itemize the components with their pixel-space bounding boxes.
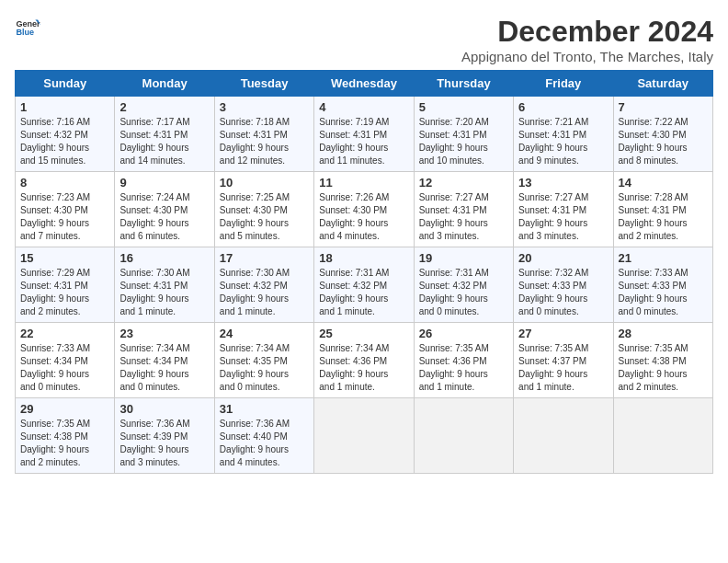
day-number: 9 [119,176,209,190]
day-info: Sunrise: 7:32 AM Sunset: 4:33 PM Dayligh… [518,267,608,318]
calendar-day-cell: 30Sunrise: 7:36 AM Sunset: 4:39 PM Dayli… [115,398,214,474]
day-info: Sunrise: 7:35 AM Sunset: 4:36 PM Dayligh… [419,342,508,394]
day-info: Sunrise: 7:29 AM Sunset: 4:31 PM Dayligh… [20,267,109,318]
day-number: 7 [619,100,708,114]
calendar-day-cell: 24Sunrise: 7:34 AM Sunset: 4:35 PM Dayli… [214,323,313,398]
calendar-day-cell: 29Sunrise: 7:35 AM Sunset: 4:38 PM Dayli… [16,398,115,474]
day-info: Sunrise: 7:35 AM Sunset: 4:38 PM Dayligh… [619,342,708,394]
calendar-day-cell: 12Sunrise: 7:27 AM Sunset: 4:31 PM Dayli… [414,172,513,247]
day-info: Sunrise: 7:27 AM Sunset: 4:31 PM Dayligh… [518,191,608,243]
calendar-day-cell: 9Sunrise: 7:24 AM Sunset: 4:30 PM Daylig… [115,172,214,247]
header-saturday: Saturday [613,71,712,97]
logo-icon: General Blue [15,15,40,40]
day-number: 12 [419,176,508,190]
day-info: Sunrise: 7:16 AM Sunset: 4:32 PM Dayligh… [20,116,109,167]
day-info: Sunrise: 7:34 AM Sunset: 4:34 PM Dayligh… [119,342,209,394]
calendar-week-row: 8Sunrise: 7:23 AM Sunset: 4:30 PM Daylig… [16,172,713,247]
calendar-day-cell [613,398,712,474]
day-info: Sunrise: 7:17 AM Sunset: 4:31 PM Dayligh… [119,116,209,167]
day-number: 16 [119,251,209,265]
header: General Blue December 2024 Appignano del… [15,15,713,64]
day-number: 19 [419,251,508,265]
calendar-day-cell: 26Sunrise: 7:35 AM Sunset: 4:36 PM Dayli… [414,323,513,398]
calendar-day-cell: 7Sunrise: 7:22 AM Sunset: 4:30 PM Daylig… [613,97,712,172]
day-number: 23 [119,327,209,340]
calendar-day-cell: 25Sunrise: 7:34 AM Sunset: 4:36 PM Dayli… [314,323,414,398]
header-wednesday: Wednesday [314,71,414,97]
calendar-day-cell: 17Sunrise: 7:30 AM Sunset: 4:32 PM Dayli… [214,247,313,323]
day-number: 26 [419,327,508,340]
calendar-day-cell: 21Sunrise: 7:33 AM Sunset: 4:33 PM Dayli… [613,247,712,323]
calendar-day-cell: 16Sunrise: 7:30 AM Sunset: 4:31 PM Dayli… [115,247,214,323]
header-tuesday: Tuesday [214,71,313,97]
day-info: Sunrise: 7:35 AM Sunset: 4:37 PM Dayligh… [518,342,608,394]
calendar-day-cell: 20Sunrise: 7:32 AM Sunset: 4:33 PM Dayli… [514,247,613,323]
day-info: Sunrise: 7:28 AM Sunset: 4:31 PM Dayligh… [619,191,708,243]
header-friday: Friday [514,71,613,97]
day-info: Sunrise: 7:19 AM Sunset: 4:31 PM Dayligh… [319,116,408,167]
header-thursday: Thursday [414,71,513,97]
calendar-week-row: 1Sunrise: 7:16 AM Sunset: 4:32 PM Daylig… [16,97,713,172]
day-number: 8 [20,176,109,190]
day-number: 4 [319,100,408,114]
calendar-day-cell [414,398,513,474]
day-info: Sunrise: 7:26 AM Sunset: 4:30 PM Dayligh… [319,191,408,243]
calendar-day-cell: 2Sunrise: 7:17 AM Sunset: 4:31 PM Daylig… [115,97,214,172]
calendar-table: Sunday Monday Tuesday Wednesday Thursday… [15,70,713,474]
day-info: Sunrise: 7:22 AM Sunset: 4:30 PM Dayligh… [619,116,708,167]
day-number: 2 [119,100,209,114]
day-number: 3 [220,100,309,114]
day-number: 6 [518,100,608,114]
day-info: Sunrise: 7:20 AM Sunset: 4:31 PM Dayligh… [419,116,508,167]
day-info: Sunrise: 7:24 AM Sunset: 4:30 PM Dayligh… [119,191,209,243]
day-info: Sunrise: 7:33 AM Sunset: 4:34 PM Dayligh… [20,342,109,394]
calendar-day-cell [314,398,414,474]
day-info: Sunrise: 7:36 AM Sunset: 4:40 PM Dayligh… [220,418,309,469]
day-number: 11 [319,176,408,190]
day-info: Sunrise: 7:25 AM Sunset: 4:30 PM Dayligh… [220,191,309,243]
weekday-header-row: Sunday Monday Tuesday Wednesday Thursday… [16,71,713,97]
calendar-day-cell: 14Sunrise: 7:28 AM Sunset: 4:31 PM Dayli… [613,172,712,247]
calendar-week-row: 29Sunrise: 7:35 AM Sunset: 4:38 PM Dayli… [16,398,713,474]
day-number: 25 [319,327,408,340]
location-title: Appignano del Tronto, The Marches, Italy [461,49,713,64]
svg-text:Blue: Blue [16,28,34,37]
calendar-week-row: 22Sunrise: 7:33 AM Sunset: 4:34 PM Dayli… [16,323,713,398]
calendar-week-row: 15Sunrise: 7:29 AM Sunset: 4:31 PM Dayli… [16,247,713,323]
day-info: Sunrise: 7:30 AM Sunset: 4:31 PM Dayligh… [119,267,209,318]
day-number: 30 [119,402,209,416]
header-monday: Monday [115,71,214,97]
day-number: 20 [518,251,608,265]
calendar-day-cell: 23Sunrise: 7:34 AM Sunset: 4:34 PM Dayli… [115,323,214,398]
calendar-day-cell: 10Sunrise: 7:25 AM Sunset: 4:30 PM Dayli… [214,172,313,247]
logo: General Blue [15,15,40,40]
calendar-day-cell: 27Sunrise: 7:35 AM Sunset: 4:37 PM Dayli… [514,323,613,398]
calendar-day-cell: 18Sunrise: 7:31 AM Sunset: 4:32 PM Dayli… [314,247,414,323]
day-number: 5 [419,100,508,114]
day-number: 28 [619,327,708,340]
day-number: 1 [20,100,109,114]
day-info: Sunrise: 7:33 AM Sunset: 4:33 PM Dayligh… [619,267,708,318]
calendar-day-cell: 22Sunrise: 7:33 AM Sunset: 4:34 PM Dayli… [16,323,115,398]
calendar-day-cell: 13Sunrise: 7:27 AM Sunset: 4:31 PM Dayli… [514,172,613,247]
day-number: 10 [220,176,309,190]
calendar-day-cell: 4Sunrise: 7:19 AM Sunset: 4:31 PM Daylig… [314,97,414,172]
calendar-day-cell: 19Sunrise: 7:31 AM Sunset: 4:32 PM Dayli… [414,247,513,323]
day-number: 31 [220,402,309,416]
title-area: December 2024 Appignano del Tronto, The … [461,15,713,64]
day-number: 14 [619,176,708,190]
day-number: 27 [518,327,608,340]
day-info: Sunrise: 7:31 AM Sunset: 4:32 PM Dayligh… [319,267,408,318]
day-number: 17 [220,251,309,265]
day-number: 13 [518,176,608,190]
day-info: Sunrise: 7:31 AM Sunset: 4:32 PM Dayligh… [419,267,508,318]
calendar-day-cell: 1Sunrise: 7:16 AM Sunset: 4:32 PM Daylig… [16,97,115,172]
calendar-day-cell: 31Sunrise: 7:36 AM Sunset: 4:40 PM Dayli… [214,398,313,474]
day-number: 29 [20,402,109,416]
day-number: 22 [20,327,109,340]
day-info: Sunrise: 7:34 AM Sunset: 4:35 PM Dayligh… [220,342,309,394]
calendar-day-cell: 5Sunrise: 7:20 AM Sunset: 4:31 PM Daylig… [414,97,513,172]
day-info: Sunrise: 7:30 AM Sunset: 4:32 PM Dayligh… [220,267,309,318]
day-info: Sunrise: 7:36 AM Sunset: 4:39 PM Dayligh… [119,418,209,469]
day-number: 24 [220,327,309,340]
